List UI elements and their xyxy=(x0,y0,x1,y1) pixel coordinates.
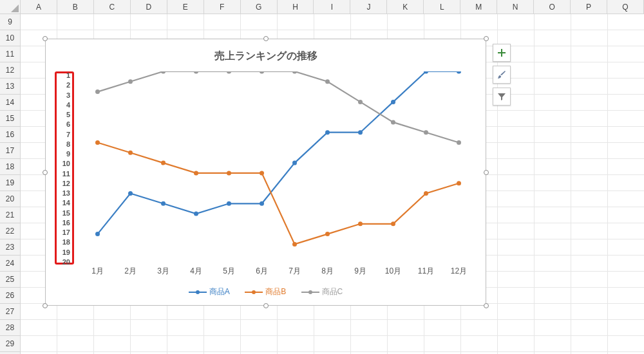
data-point[interactable] xyxy=(227,71,231,74)
column-header[interactable]: E xyxy=(167,0,204,14)
y-tick-label: 7 xyxy=(55,131,70,138)
column-header[interactable]: K xyxy=(387,0,424,14)
column-header[interactable]: M xyxy=(460,0,497,14)
data-point[interactable] xyxy=(260,171,264,175)
column-header[interactable]: Q xyxy=(607,0,644,14)
data-point[interactable] xyxy=(161,71,166,74)
data-point[interactable] xyxy=(424,130,428,135)
column-header[interactable]: G xyxy=(241,0,278,14)
data-point[interactable] xyxy=(358,130,363,135)
data-point[interactable] xyxy=(391,120,395,124)
data-point[interactable] xyxy=(391,100,395,104)
row-header[interactable]: 14 xyxy=(0,95,20,111)
data-point[interactable] xyxy=(260,71,264,74)
column-header[interactable]: B xyxy=(57,0,94,14)
data-point[interactable] xyxy=(292,161,297,165)
column-header[interactable]: H xyxy=(278,0,314,14)
chart-elements-button[interactable] xyxy=(493,44,511,62)
resize-handle-lc[interactable] xyxy=(43,170,48,175)
data-point[interactable] xyxy=(194,71,198,74)
data-point[interactable] xyxy=(457,181,461,185)
row-header[interactable]: 25 xyxy=(0,272,20,288)
row-header[interactable]: 21 xyxy=(0,207,20,223)
data-point[interactable] xyxy=(95,89,100,94)
chart-object[interactable]: 売上ランキングの推移 12345678910111213141516171819… xyxy=(45,39,486,306)
series-line[interactable] xyxy=(98,71,459,143)
column-header[interactable]: O xyxy=(534,0,571,14)
column-header[interactable]: J xyxy=(350,0,387,14)
row-header[interactable]: 28 xyxy=(0,320,20,336)
row-header[interactable]: 27 xyxy=(0,304,20,320)
plot-area[interactable] xyxy=(81,71,475,265)
x-tick-label: 1月 xyxy=(91,266,104,277)
data-point[interactable] xyxy=(128,151,133,155)
data-point[interactable] xyxy=(325,130,330,135)
chart-filter-button[interactable] xyxy=(493,88,511,106)
row-header[interactable]: 10 xyxy=(0,30,20,46)
row-header[interactable]: 24 xyxy=(0,256,20,272)
legend[interactable]: 商品A 商品B 商品C xyxy=(46,286,486,297)
resize-handle-br[interactable] xyxy=(484,303,489,308)
legend-item-b[interactable]: 商品B xyxy=(245,286,286,297)
data-point[interactable] xyxy=(194,212,198,216)
row-header[interactable]: 18 xyxy=(0,159,20,175)
resize-handle-bl[interactable] xyxy=(43,303,48,308)
row-header[interactable]: 20 xyxy=(0,191,20,207)
select-all-corner[interactable] xyxy=(0,0,21,14)
legend-item-a[interactable]: 商品A xyxy=(189,286,230,297)
x-tick-label: 8月 xyxy=(321,266,334,277)
data-point[interactable] xyxy=(358,100,363,104)
data-point[interactable] xyxy=(325,232,330,236)
data-point[interactable] xyxy=(194,171,198,175)
data-point[interactable] xyxy=(227,171,231,175)
row-header[interactable]: 9 xyxy=(0,14,20,30)
row-header[interactable]: 12 xyxy=(0,62,20,79)
data-point[interactable] xyxy=(161,161,166,165)
chart-title[interactable]: 売上ランキングの推移 xyxy=(46,39,486,63)
chart-styles-button[interactable] xyxy=(493,66,511,84)
column-header[interactable]: C xyxy=(94,0,131,14)
column-header[interactable]: I xyxy=(314,0,350,14)
row-header[interactable]: 26 xyxy=(0,288,20,304)
resize-handle-tl[interactable] xyxy=(43,36,48,41)
resize-handle-rc[interactable] xyxy=(484,170,489,175)
resize-handle-tc[interactable] xyxy=(263,36,269,41)
row-header[interactable]: 11 xyxy=(0,46,20,62)
y-tick-label: 8 xyxy=(55,141,70,148)
row-header[interactable]: 17 xyxy=(0,143,20,159)
data-point[interactable] xyxy=(95,140,100,145)
data-point[interactable] xyxy=(358,221,363,226)
data-point[interactable] xyxy=(292,242,297,247)
legend-item-c[interactable]: 商品C xyxy=(301,286,343,297)
column-header[interactable]: L xyxy=(424,0,460,14)
data-point[interactable] xyxy=(128,79,133,84)
column-header[interactable]: N xyxy=(497,0,534,14)
data-point[interactable] xyxy=(457,140,461,145)
column-header[interactable]: F xyxy=(204,0,241,14)
row-header[interactable]: 22 xyxy=(0,223,20,239)
row-header[interactable]: 15 xyxy=(0,111,20,127)
data-point[interactable] xyxy=(391,221,395,226)
row-header[interactable]: 23 xyxy=(0,239,20,256)
data-point[interactable] xyxy=(95,232,100,236)
column-header[interactable]: P xyxy=(571,0,607,14)
resize-handle-bc[interactable] xyxy=(263,303,269,308)
row-header[interactable]: 19 xyxy=(0,175,20,191)
row-header[interactable]: 13 xyxy=(0,79,20,95)
column-header[interactable]: A xyxy=(21,0,57,14)
y-axis-highlight[interactable]: 1234567891011121314151617181920 xyxy=(55,71,74,265)
resize-handle-tr[interactable] xyxy=(484,36,489,41)
data-point[interactable] xyxy=(457,71,461,74)
column-header[interactable]: D xyxy=(131,0,167,14)
data-point[interactable] xyxy=(325,79,330,84)
series-line[interactable] xyxy=(98,143,459,245)
y-tick-label: 17 xyxy=(55,229,70,236)
data-point[interactable] xyxy=(260,201,264,206)
row-header[interactable]: 16 xyxy=(0,127,20,143)
data-point[interactable] xyxy=(161,201,166,206)
data-point[interactable] xyxy=(424,191,428,196)
row-header[interactable]: 29 xyxy=(0,336,20,352)
data-point[interactable] xyxy=(227,201,231,206)
data-point[interactable] xyxy=(292,71,297,74)
data-point[interactable] xyxy=(128,191,133,196)
